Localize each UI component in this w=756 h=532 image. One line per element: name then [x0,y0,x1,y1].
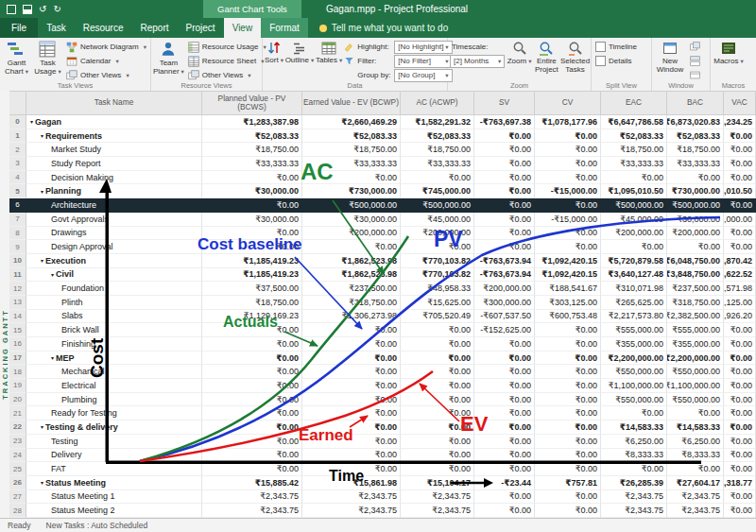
cell-vac[interactable]: ₹0.00 [724,198,756,213]
cell-cv[interactable]: ₹0.00 [535,393,601,407]
task-row-2[interactable]: 2Market Study₹18,750.00₹18,750.00₹18,750… [9,143,756,157]
collapse-caret-icon[interactable]: ▾ [41,188,43,195]
cell-ac[interactable]: ₹45,000.00 [401,213,474,227]
tell-me-box[interactable]: Tell me what you want to do [319,18,448,38]
cell-cv[interactable]: ₹0.00 [535,129,601,144]
column-header-ev[interactable]: Earned Value - EV (BCWP) [302,91,401,115]
cell-vac[interactable]: ₹0.00 [724,337,756,352]
cell-ev[interactable]: ₹0.00 [302,449,401,463]
cell-eac[interactable]: ₹0.00 [601,462,667,476]
cell-ac[interactable]: ₹18,750.00 [401,143,474,157]
hide-window-button[interactable] [688,68,702,82]
cell-pv[interactable]: ₹30,000.00 [202,213,302,227]
save-icon[interactable] [23,5,32,14]
row-number[interactable]: 17 [9,352,26,366]
cell-eac[interactable]: ₹14,583.33 [601,420,667,435]
cell-eac[interactable]: ₹1,095,010.50 [601,184,667,198]
task-name-cell[interactable]: Brick Wall [26,323,202,337]
cell-cv[interactable]: ₹0.00 [535,157,601,171]
cell-eac[interactable]: ₹355,000.00 [601,337,667,352]
new-window-button[interactable]: New Window [654,40,686,82]
task-row-4[interactable]: 4Decision Making₹0.00₹0.00₹0.00₹0.00₹0.0… [9,171,756,185]
cell-bac[interactable]: ₹318,750.00 [667,296,724,310]
task-name-cell[interactable]: Status Meeting 2 [26,504,202,518]
task-name-cell[interactable]: ▾Status Meeting [26,476,202,490]
cell-sv[interactable]: ₹0.00 [474,462,535,476]
task-name-cell[interactable]: ▾MEP [26,352,202,366]
cell-bac[interactable]: ₹6,250.00 [667,435,724,449]
row-number[interactable]: 7 [9,213,26,227]
cell-ev[interactable]: ₹15,861.98 [302,476,401,490]
cell-ac[interactable]: ₹0.00 [401,171,474,185]
cell-pv[interactable]: ₹0.00 [202,337,302,352]
cell-cv[interactable]: ₹0.00 [535,198,601,213]
arrange-all-button[interactable] [688,54,702,68]
cell-cv[interactable]: ₹0.00 [535,352,601,366]
row-number[interactable]: 12 [9,282,26,296]
cell-ac[interactable]: ₹2,343.75 [401,504,474,518]
other-views-button[interactable]: Other Views▾ [64,68,148,82]
team-planner-button[interactable]: Team Planner▾ [153,40,184,82]
cell-cv[interactable]: ₹0.00 [535,379,601,393]
cell-ac[interactable]: ₹0.00 [401,323,474,337]
row-number[interactable]: 5 [9,184,26,198]
cell-bac[interactable]: ₹14,583.33 [667,420,724,435]
collapse-caret-icon[interactable]: ▾ [30,118,33,125]
cell-ac[interactable]: ₹15,625.00 [401,296,474,310]
cell-bac[interactable]: ₹730,000.00 [667,184,724,198]
filter-select[interactable]: [No Filter]▾ [394,55,452,68]
cell-cv[interactable]: ₹0.00 [535,337,601,352]
task-name-cell[interactable]: ▾Testing & delivery [26,420,202,435]
cell-ev[interactable]: ₹18,750.00 [302,143,401,157]
cell-pv[interactable]: ₹1,129,169.23 [202,310,302,324]
tab-task[interactable]: Task [38,18,75,38]
cell-vac[interactable]: ₹0.00 [724,129,756,144]
select-all-corner[interactable] [9,91,26,115]
task-name-cell[interactable]: Plinth [26,296,202,310]
cell-eac[interactable]: ₹6,250.00 [601,435,667,449]
cell-ev[interactable]: ₹500,000.00 [302,198,401,213]
cell-bac[interactable]: ₹550,000.00 [667,393,724,407]
tab-format[interactable]: Format [261,18,308,38]
cell-ac[interactable]: ₹0.00 [401,352,474,366]
cell-bac[interactable]: ₹550,000.00 [667,365,724,379]
cell-ev[interactable]: ₹0.00 [302,420,401,435]
task-row-12[interactable]: 12Foundation₹37,500.00₹237,500.00₹48,958… [9,282,756,296]
resource-usage-button[interactable]: Resource Usage▾ [186,40,268,54]
highlight-select[interactable]: [No Highlight]▾ [394,41,452,54]
cell-cv[interactable]: ₹0.00 [535,435,601,449]
cell-vac[interactable]: ₹327,870.42 [724,254,756,268]
cell-cv[interactable]: ₹600,753.48 [535,310,601,324]
column-header-cv[interactable]: CV [535,91,601,115]
cell-bac[interactable]: ₹1,100,000.00 [667,379,724,393]
cell-ac[interactable]: ₹0.00 [401,462,474,476]
cell-ac[interactable]: ₹48,958.33 [401,282,474,296]
cell-cv[interactable]: ₹0.00 [535,462,601,476]
cell-cv[interactable]: ₹188,541.67 [535,282,601,296]
column-header-ac[interactable]: AC (ACWP) [401,91,474,115]
task-name-cell[interactable]: ▾Execution [26,254,202,268]
row-number[interactable]: 9 [9,240,26,254]
cell-ac[interactable]: ₹0.00 [401,337,474,352]
cell-ac[interactable]: ₹0.00 [401,379,474,393]
timescale-select[interactable]: [2] Months▾ [450,55,505,68]
cell-sv[interactable]: ₹0.00 [474,227,535,241]
row-number[interactable]: 13 [9,296,26,310]
zoom-button[interactable]: Zoom▾ [507,40,531,82]
task-row-16[interactable]: 16Finishing₹0.00₹0.00₹0.00₹0.00₹0.00₹355… [9,337,756,352]
cell-ac[interactable]: ₹33,333.33 [401,157,474,171]
status-new-tasks[interactable]: New Tasks : Auto Scheduled [46,521,148,530]
tab-resource[interactable]: Resource [75,18,132,38]
cell-sv[interactable]: ₹0.00 [474,184,535,198]
cell-vac[interactable]: ₹208,622.52 [724,268,756,283]
task-usage-button[interactable]: Task Usage▾ [33,40,62,82]
cell-bac[interactable]: ₹2,382,500.00 [667,310,724,324]
cell-eac[interactable]: ₹500,000.00 [601,198,667,213]
cell-ev[interactable]: ₹2,343.75 [302,504,401,518]
cell-ev[interactable]: ₹52,083.33 [302,129,401,144]
cell-bac[interactable]: ₹555,000.00 [667,323,724,337]
cell-bac[interactable]: ₹27,604.17 [667,476,724,490]
details-checkbox[interactable] [595,56,606,66]
cell-ev[interactable]: ₹0.00 [302,337,401,352]
cell-pv[interactable]: ₹0.00 [202,435,302,449]
